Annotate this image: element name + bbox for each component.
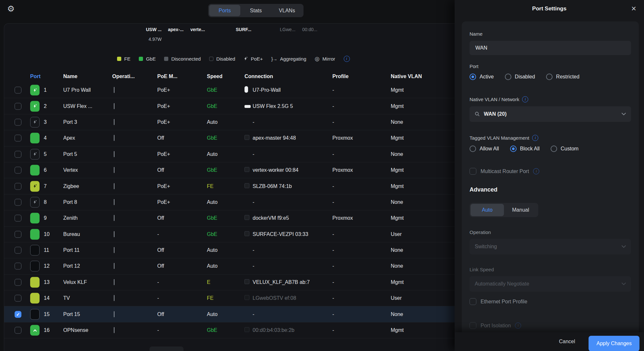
row-checkbox[interactable]	[15, 263, 21, 270]
operation-select[interactable]: Switching	[470, 239, 631, 254]
radio-label: Allow All	[480, 146, 499, 152]
port-icon	[30, 133, 40, 144]
poe-mode: PoE+	[157, 183, 170, 189]
native-vlan-value: WAN (20)	[484, 111, 622, 117]
row-checkbox[interactable]	[15, 151, 21, 158]
ethernet-port-profile-checkbox[interactable]: Ethernet Port Profile	[470, 298, 631, 305]
column-header-profile[interactable]: Profile	[332, 74, 349, 79]
row-checkbox[interactable]	[15, 183, 21, 190]
native-vlan: Mgmt	[391, 183, 404, 189]
native-vlan-select[interactable]: WAN (20)	[470, 106, 631, 122]
mode-auto[interactable]: Auto	[471, 204, 504, 216]
tab-vlans[interactable]: VLANs	[271, 5, 303, 16]
row-checkbox[interactable]	[15, 279, 21, 286]
switching-operation-icon	[114, 231, 114, 237]
name-input[interactable]: WAN	[470, 41, 631, 55]
connection-icon	[244, 231, 249, 236]
row-checkbox[interactable]	[15, 231, 21, 238]
row-checkbox[interactable]	[15, 119, 21, 125]
column-header-port[interactable]: Port	[30, 74, 41, 79]
column-header-poe-mode[interactable]: PoE M...	[157, 74, 177, 79]
row-checkbox[interactable]	[15, 247, 21, 254]
legend-aggregating: }→Aggregating	[271, 56, 306, 62]
radio-disabled[interactable]: Disabled	[505, 74, 535, 80]
legend-label: Mirror	[322, 56, 335, 62]
poe-mode: PoE+	[157, 119, 170, 125]
tagged-vlan-label: Tagged VLAN Management i	[470, 135, 631, 141]
tab-ports[interactable]: Ports	[209, 5, 240, 16]
speed: Auto	[207, 311, 218, 317]
switching-operation-icon	[114, 279, 114, 285]
native-vlan-info-icon[interactable]: i	[522, 96, 528, 102]
legend-label: Disabled	[216, 56, 235, 62]
port-isolation-label: Port Isolation	[481, 323, 511, 329]
switching-operation-icon	[114, 103, 114, 109]
connection-icon	[244, 105, 251, 108]
close-icon[interactable]: ×	[631, 3, 636, 14]
row-checkbox[interactable]	[15, 87, 21, 94]
radio-custom[interactable]: Custom	[551, 146, 578, 152]
profile: -	[332, 103, 334, 109]
switching-operation-icon	[114, 135, 114, 141]
speed: GbE	[207, 87, 217, 93]
settings-gear-icon[interactable]: ⚙	[7, 4, 15, 14]
link-speed-select[interactable]: Automatically Negotiate	[470, 276, 631, 292]
radio-active[interactable]: Active	[470, 74, 494, 80]
radio-restricted[interactable]: Restricted	[546, 74, 579, 80]
legend-fe: FE	[117, 56, 130, 62]
native-vlan: User	[391, 295, 402, 301]
multicast-info-icon[interactable]: i	[533, 168, 539, 174]
radio-allow-all[interactable]: Allow All	[470, 146, 499, 152]
row-checkbox[interactable]: ✓	[15, 311, 21, 318]
column-header-name[interactable]: Name	[63, 74, 109, 79]
legend-label: FE	[124, 56, 130, 62]
column-header-speed[interactable]: Speed	[207, 74, 222, 79]
disconnected-swatch	[164, 57, 168, 61]
speed: FE	[207, 183, 213, 189]
row-checkbox[interactable]	[15, 103, 21, 110]
port-number: 16	[44, 327, 50, 333]
port-icon	[30, 213, 40, 224]
connection-name: U7-Pro-Wall	[253, 87, 327, 93]
row-checkbox[interactable]	[15, 327, 21, 334]
port-isolation-info-icon[interactable]: i	[515, 322, 521, 329]
search-icon	[475, 111, 480, 117]
multicast-router-checkbox[interactable]: Multicast Router Port i	[470, 168, 631, 175]
port-state-label: Port	[470, 64, 631, 69]
apply-changes-button[interactable]: Apply Changes	[589, 336, 639, 351]
device-label: USW ...	[146, 27, 161, 32]
row-checkbox[interactable]	[15, 199, 21, 205]
radio-dot	[546, 74, 553, 80]
native-vlan: Mgmt	[391, 103, 404, 109]
mode-manual[interactable]: Manual	[504, 204, 537, 216]
port-number: 10	[44, 231, 50, 237]
row-checkbox[interactable]	[15, 135, 21, 142]
column-header-operation[interactable]: Operati...	[112, 74, 135, 79]
fe-swatch	[117, 57, 121, 61]
row-checkbox[interactable]	[15, 215, 21, 222]
profile: -	[332, 231, 334, 237]
speed: Auto	[207, 151, 218, 157]
legend-poe: PoE+	[244, 56, 263, 62]
column-header-native-vlan[interactable]: Native VLAN	[391, 74, 422, 79]
mirror-icon: ◎	[315, 55, 320, 62]
speed: GbE	[207, 135, 217, 141]
radio-label: Custom	[561, 146, 578, 152]
row-checkbox[interactable]	[15, 167, 21, 174]
legend-info-icon[interactable]: i	[344, 56, 350, 62]
radio-block-all[interactable]: Block All	[510, 146, 540, 152]
panel-card: Name WAN Port Active Disabled Restricted…	[462, 21, 639, 351]
poe-mode: -	[157, 231, 159, 237]
column-header-connection[interactable]: Connection	[244, 74, 273, 79]
cancel-button[interactable]: Cancel	[559, 339, 575, 345]
row-checkbox[interactable]	[15, 295, 21, 302]
tagged-vlan-info-icon[interactable]: i	[532, 135, 538, 141]
connection-name: LGwebOSTV ef:08	[253, 295, 327, 301]
port-name: Bureau	[63, 231, 109, 237]
port-isolation-checkbox[interactable]: Port Isolation i	[470, 322, 631, 329]
pagination-control[interactable]	[149, 346, 184, 351]
profile: -	[332, 327, 334, 333]
native-vlan: None	[391, 119, 403, 125]
tab-stats[interactable]: Stats	[240, 5, 271, 16]
port-name: Zenith	[63, 215, 109, 221]
